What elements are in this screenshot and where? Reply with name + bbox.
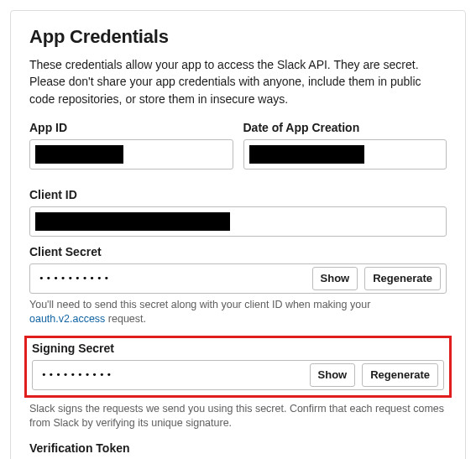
client-secret-value: •••••••••• bbox=[35, 273, 312, 284]
signing-secret-section: Signing Secret •••••••••• Show Regenerat… bbox=[32, 342, 444, 390]
client-secret-label: Client Secret bbox=[29, 245, 447, 258]
hint-text: request. bbox=[105, 313, 146, 325]
signing-secret-highlight: Signing Secret •••••••••• Show Regenerat… bbox=[24, 336, 452, 398]
signing-secret-field: •••••••••• Show Regenerate bbox=[32, 360, 444, 390]
redacted-value bbox=[35, 212, 230, 231]
signing-secret-hint: Slack signs the requests we send you usi… bbox=[29, 402, 447, 431]
verification-token-label: Verification Token bbox=[29, 441, 447, 455]
app-id-label: App ID bbox=[29, 121, 233, 134]
date-created-label: Date of App Creation bbox=[243, 121, 447, 134]
date-created-section: Date of App Creation bbox=[243, 121, 447, 170]
show-button[interactable]: Show bbox=[310, 363, 356, 387]
redacted-value bbox=[35, 145, 123, 164]
app-id-section: App ID bbox=[29, 121, 233, 170]
signing-secret-label: Signing Secret bbox=[32, 342, 444, 355]
client-secret-hint: You'll need to send this secret along wi… bbox=[29, 298, 447, 327]
page-description: These credentials allow your app to acce… bbox=[29, 56, 447, 107]
page-title: App Credentials bbox=[29, 26, 447, 48]
date-created-field[interactable] bbox=[243, 139, 447, 170]
client-id-label: Client ID bbox=[29, 188, 447, 201]
show-button[interactable]: Show bbox=[312, 267, 358, 290]
hint-text: You'll need to send this secret along wi… bbox=[29, 299, 370, 310]
oauth-link[interactable]: oauth.v2.access bbox=[29, 313, 105, 325]
signing-secret-value: •••••••••• bbox=[38, 369, 310, 380]
regenerate-button[interactable]: Regenerate bbox=[364, 267, 441, 290]
client-id-section: Client ID bbox=[29, 188, 447, 237]
verification-token-section: Verification Token Regenerate This depre… bbox=[29, 441, 447, 459]
client-secret-section: Client Secret •••••••••• Show Regenerate… bbox=[29, 245, 447, 327]
client-id-field[interactable] bbox=[29, 206, 447, 237]
client-secret-field: •••••••••• Show Regenerate bbox=[29, 263, 447, 294]
app-id-field[interactable] bbox=[29, 139, 233, 170]
app-credentials-card: App Credentials These credentials allow … bbox=[10, 10, 466, 459]
regenerate-button[interactable]: Regenerate bbox=[362, 363, 438, 387]
redacted-value bbox=[249, 145, 364, 164]
